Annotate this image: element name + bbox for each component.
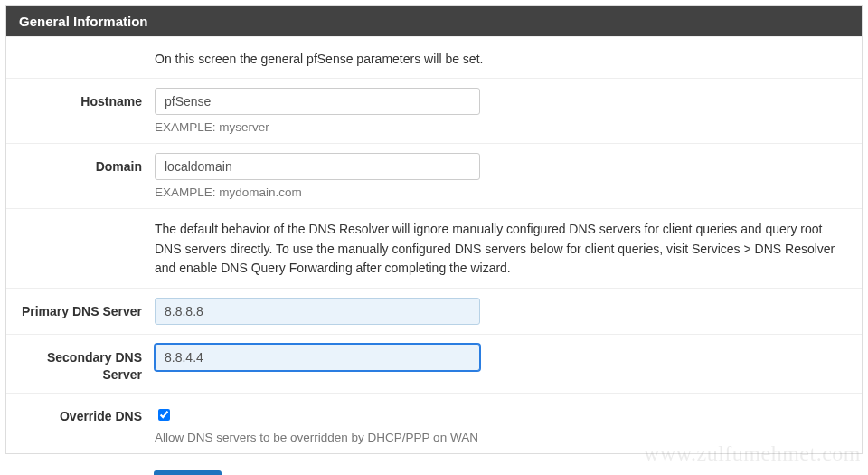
- secondary-dns-input[interactable]: [155, 344, 480, 371]
- hostname-row: Hostname EXAMPLE: myserver: [6, 78, 862, 143]
- intro-text: On this screen the general pfSense param…: [155, 46, 849, 69]
- hostname-help: EXAMPLE: myserver: [155, 120, 849, 134]
- domain-label: Domain: [19, 153, 155, 199]
- override-dns-row: Override DNS Allow DNS servers to be ove…: [6, 393, 862, 453]
- primary-dns-label: Primary DNS Server: [19, 298, 155, 325]
- secondary-dns-row: Secondary DNS Server: [6, 334, 862, 393]
- override-dns-label: Override DNS: [19, 403, 155, 444]
- next-button[interactable]: » Next: [154, 470, 222, 475]
- button-row: » Next: [0, 460, 868, 475]
- dns-note-row: The default behavior of the DNS Resolver…: [6, 208, 862, 288]
- domain-input[interactable]: [155, 153, 480, 180]
- intro-row: On this screen the general pfSense param…: [6, 36, 862, 78]
- override-dns-checkbox[interactable]: [158, 409, 170, 421]
- hostname-label: Hostname: [19, 88, 155, 134]
- general-information-panel: General Information On this screen the g…: [5, 5, 863, 454]
- secondary-dns-label: Secondary DNS Server: [19, 344, 155, 384]
- dns-note-text: The default behavior of the DNS Resolver…: [155, 218, 849, 279]
- panel-title: General Information: [6, 6, 862, 36]
- primary-dns-input[interactable]: [155, 298, 480, 325]
- hostname-input[interactable]: [155, 88, 480, 115]
- domain-row: Domain EXAMPLE: mydomain.com: [6, 143, 862, 208]
- override-dns-desc: Allow DNS servers to be overridden by DH…: [155, 431, 849, 444]
- domain-help: EXAMPLE: mydomain.com: [155, 185, 849, 199]
- primary-dns-row: Primary DNS Server: [6, 288, 862, 334]
